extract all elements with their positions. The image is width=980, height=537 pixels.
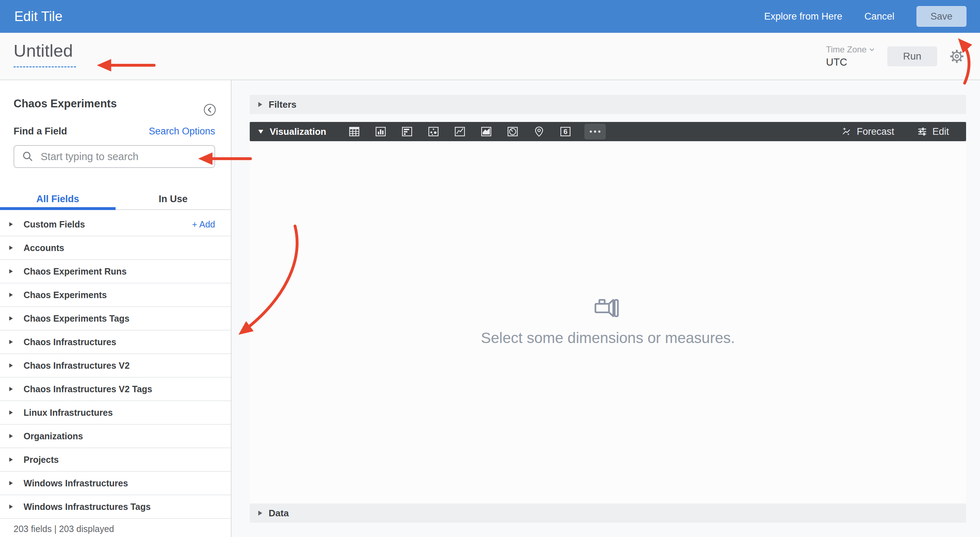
field-picker-sidebar: Chaos Experiments Find a Field Search Op…	[0, 80, 232, 537]
table-icon[interactable]	[347, 124, 362, 139]
field-group-row[interactable]: Windows Infrastructures Tags	[0, 495, 231, 519]
chevron-down-icon	[258, 130, 263, 134]
line-chart-icon[interactable]	[452, 124, 467, 139]
filters-label: Filters	[269, 99, 296, 110]
chevron-right-icon	[9, 246, 13, 250]
topbar: Edit Tile Explore from Here Cancel Save	[0, 0, 980, 33]
field-group-label: Organizations	[24, 425, 83, 448]
field-group-label: Chaos Experiment Runs	[24, 260, 127, 283]
field-group-label: Chaos Infrastructures	[24, 330, 116, 353]
field-group-label: Windows Infrastructures Tags	[24, 495, 151, 518]
chevron-right-icon	[9, 505, 13, 509]
chevron-right-icon	[9, 458, 13, 462]
data-section-header[interactable]: Data	[250, 504, 966, 523]
field-group-row[interactable]: Linux Infrastructures	[0, 401, 231, 425]
header-controls: Time Zone UTC Run	[826, 33, 964, 79]
field-group-row[interactable]: Chaos Infrastructures V2	[0, 354, 231, 378]
chevron-down-icon	[869, 46, 875, 53]
dialog-title: Edit Tile	[14, 9, 62, 24]
cancel-button[interactable]: Cancel	[864, 11, 894, 22]
visualization-label[interactable]: Visualization	[270, 126, 326, 137]
tile-title-input[interactable]: Untitled	[14, 41, 76, 67]
chevron-right-icon	[9, 481, 13, 485]
viz-toolbar-right: Forecast Edit	[841, 126, 966, 137]
collapse-sidebar-icon[interactable]	[203, 103, 216, 118]
tab-in-use[interactable]: In Use	[116, 189, 231, 209]
filters-section-header[interactable]: Filters	[250, 95, 966, 114]
field-search-box[interactable]	[14, 145, 215, 168]
gear-icon[interactable]	[949, 49, 964, 64]
forecast-sparkle-icon	[841, 126, 852, 137]
timezone-label: Time Zone	[826, 44, 867, 54]
field-group-label: Windows Infrastructures	[24, 472, 128, 494]
pie-chart-icon[interactable]	[505, 124, 520, 139]
forecast-label: Forecast	[857, 126, 894, 137]
chevron-right-icon	[9, 363, 13, 368]
field-group-row[interactable]: Projects	[0, 448, 231, 472]
tab-label: In Use	[159, 194, 188, 205]
forecast-button[interactable]: Forecast	[841, 126, 894, 137]
timezone-value: UTC	[826, 56, 875, 68]
chevron-right-icon	[258, 102, 262, 107]
flashlight-icon	[594, 298, 622, 317]
chevron-right-icon	[9, 410, 13, 415]
field-group-label: Linux Infrastructures	[24, 401, 113, 424]
search-input[interactable]	[40, 151, 215, 163]
column-chart-icon[interactable]	[373, 124, 388, 139]
field-group-label: Projects	[24, 448, 59, 471]
map-icon[interactable]	[531, 124, 547, 139]
chevron-right-icon	[9, 434, 13, 438]
viz-type-picker: 6	[347, 124, 606, 140]
field-group-row[interactable]: Custom Fields+ Add	[0, 213, 231, 237]
field-group-label: Chaos Experiments Tags	[24, 307, 129, 330]
more-icon[interactable]	[584, 124, 606, 140]
field-count: 203 fields | 203 displayed	[14, 524, 114, 534]
field-group-label: Chaos Infrastructures V2	[24, 354, 129, 377]
chevron-right-icon	[9, 293, 13, 297]
edit-viz-button[interactable]: Edit	[917, 126, 949, 137]
field-group-label: Accounts	[24, 237, 64, 259]
field-tabs: All Fields In Use	[0, 189, 231, 209]
field-group-label: Custom Fields	[24, 213, 85, 236]
field-group-row[interactable]: Accounts	[0, 237, 231, 260]
explore-content: Filters Visualization	[232, 80, 980, 537]
scatterplot-icon[interactable]	[426, 124, 441, 139]
tab-all-fields[interactable]: All Fields	[0, 189, 116, 209]
chevron-right-icon	[9, 222, 13, 226]
field-group-row[interactable]: Windows Infrastructures	[0, 472, 231, 495]
edit-tile-dialog: Edit Tile Explore from Here Cancel Save …	[0, 0, 980, 537]
visualization-section-header: Visualization	[250, 122, 966, 141]
chevron-right-icon	[9, 340, 13, 344]
field-group-row[interactable]: Chaos Infrastructures V2 Tags	[0, 378, 231, 401]
save-button[interactable]: Save	[916, 6, 966, 27]
add-custom-field-button[interactable]: + Add	[192, 213, 215, 236]
find-a-field-label: Find a Field	[14, 126, 67, 137]
field-group-row[interactable]: Organizations	[0, 425, 231, 448]
bar-chart-icon[interactable]	[399, 124, 415, 139]
chevron-right-icon	[9, 387, 13, 391]
topbar-actions: Explore from Here Cancel Save	[764, 6, 966, 27]
search-options-link[interactable]: Search Options	[149, 126, 215, 137]
field-group-row[interactable]: Chaos Experiments Tags	[0, 307, 231, 330]
tab-label: All Fields	[37, 194, 79, 205]
field-group-label: Chaos Infrastructures V2 Tags	[24, 378, 152, 400]
timezone-selector[interactable]: Time Zone UTC	[826, 44, 875, 68]
explore-name: Chaos Experiments	[14, 97, 117, 110]
explore-header-row: Untitled Time Zone UTC Run	[0, 33, 980, 80]
explore-from-here-button[interactable]: Explore from Here	[764, 11, 842, 22]
svg-text:6: 6	[564, 128, 568, 135]
chevron-right-icon	[9, 316, 13, 321]
data-label: Data	[269, 508, 289, 519]
search-icon	[21, 150, 34, 163]
viz-canvas: Select some dimensions or measures.	[250, 141, 966, 504]
empty-state-message: Select some dimensions or measures.	[481, 329, 735, 346]
field-group-row[interactable]: Chaos Experiments	[0, 283, 231, 307]
single-value-icon[interactable]: 6	[558, 124, 573, 139]
field-group-row[interactable]: Chaos Infrastructures	[0, 330, 231, 354]
sliders-icon	[917, 126, 928, 137]
field-group-row[interactable]: Chaos Experiment Runs	[0, 260, 231, 283]
run-button[interactable]: Run	[887, 46, 937, 66]
area-chart-icon[interactable]	[479, 124, 494, 139]
chevron-right-icon	[9, 269, 13, 273]
chevron-right-icon	[258, 511, 262, 516]
